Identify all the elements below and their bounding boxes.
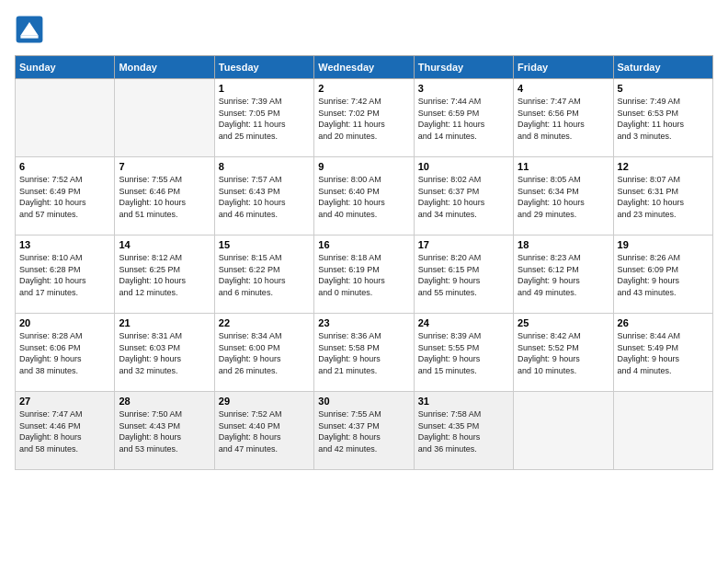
day-number: 20 [19, 317, 110, 328]
day-number: 28 [119, 396, 210, 407]
weekday-header-tuesday: Tuesday [214, 56, 313, 79]
calendar-cell: 20Sunrise: 8:28 AM Sunset: 6:06 PM Dayli… [16, 314, 115, 392]
cell-content: Sunrise: 7:52 AM Sunset: 6:49 PM Dayligh… [19, 174, 110, 220]
calendar-cell: 22Sunrise: 8:34 AM Sunset: 6:00 PM Dayli… [214, 314, 313, 392]
calendar-cell: 25Sunrise: 8:42 AM Sunset: 5:52 PM Dayli… [514, 314, 613, 392]
day-number: 2 [318, 83, 409, 94]
day-number: 13 [19, 239, 110, 250]
logo-icon [15, 15, 44, 44]
cell-content: Sunrise: 7:52 AM Sunset: 4:40 PM Dayligh… [219, 408, 310, 454]
svg-rect-2 [20, 35, 38, 38]
cell-content: Sunrise: 8:31 AM Sunset: 6:03 PM Dayligh… [119, 330, 210, 376]
calendar-week-row: 27Sunrise: 7:47 AM Sunset: 4:46 PM Dayli… [16, 392, 713, 470]
day-number: 9 [318, 161, 409, 172]
day-number: 23 [318, 317, 409, 328]
calendar-cell [115, 79, 214, 157]
calendar-cell: 13Sunrise: 8:10 AM Sunset: 6:28 PM Dayli… [16, 236, 115, 314]
logo [15, 15, 48, 44]
calendar-cell: 15Sunrise: 8:15 AM Sunset: 6:22 PM Dayli… [214, 236, 313, 314]
calendar-cell: 18Sunrise: 8:23 AM Sunset: 6:12 PM Dayli… [514, 236, 613, 314]
day-number: 10 [418, 161, 509, 172]
calendar-cell: 5Sunrise: 7:49 AM Sunset: 6:53 PM Daylig… [613, 79, 712, 157]
calendar-cell: 11Sunrise: 8:05 AM Sunset: 6:34 PM Dayli… [514, 157, 613, 236]
calendar-cell: 30Sunrise: 7:55 AM Sunset: 4:37 PM Dayli… [314, 392, 414, 470]
day-number: 18 [518, 239, 609, 250]
cell-content: Sunrise: 7:49 AM Sunset: 6:53 PM Dayligh… [618, 96, 709, 142]
cell-content: Sunrise: 7:47 AM Sunset: 6:56 PM Dayligh… [518, 96, 609, 142]
calendar-header-row: SundayMondayTuesdayWednesdayThursdayFrid… [16, 56, 713, 79]
calendar-cell: 21Sunrise: 8:31 AM Sunset: 6:03 PM Dayli… [115, 314, 214, 392]
weekday-header-monday: Monday [115, 56, 214, 79]
day-number: 8 [219, 161, 310, 172]
day-number: 19 [618, 239, 709, 250]
day-number: 26 [618, 317, 709, 328]
calendar-cell: 6Sunrise: 7:52 AM Sunset: 6:49 PM Daylig… [16, 157, 115, 236]
day-number: 25 [518, 317, 609, 328]
cell-content: Sunrise: 7:39 AM Sunset: 7:05 PM Dayligh… [219, 96, 310, 142]
day-number: 27 [19, 396, 110, 407]
calendar-cell: 3Sunrise: 7:44 AM Sunset: 6:59 PM Daylig… [414, 79, 513, 157]
day-number: 15 [219, 239, 310, 250]
day-number: 3 [418, 83, 509, 94]
calendar-cell: 23Sunrise: 8:36 AM Sunset: 5:58 PM Dayli… [314, 314, 414, 392]
weekday-header-thursday: Thursday [414, 56, 513, 79]
day-number: 22 [219, 317, 310, 328]
day-number: 1 [219, 83, 310, 94]
calendar-week-row: 20Sunrise: 8:28 AM Sunset: 6:06 PM Dayli… [16, 314, 713, 392]
day-number: 16 [318, 239, 409, 250]
cell-content: Sunrise: 8:28 AM Sunset: 6:06 PM Dayligh… [19, 330, 110, 376]
day-number: 29 [219, 396, 310, 407]
day-number: 12 [618, 161, 709, 172]
cell-content: Sunrise: 7:58 AM Sunset: 4:35 PM Dayligh… [418, 408, 509, 454]
cell-content: Sunrise: 7:44 AM Sunset: 6:59 PM Dayligh… [418, 96, 509, 142]
day-number: 11 [518, 161, 609, 172]
cell-content: Sunrise: 8:34 AM Sunset: 6:00 PM Dayligh… [219, 330, 310, 376]
calendar-cell: 31Sunrise: 7:58 AM Sunset: 4:35 PM Dayli… [414, 392, 513, 470]
calendar-cell: 8Sunrise: 7:57 AM Sunset: 6:43 PM Daylig… [214, 157, 313, 236]
day-number: 17 [418, 239, 509, 250]
calendar-cell: 27Sunrise: 7:47 AM Sunset: 4:46 PM Dayli… [16, 392, 115, 470]
calendar-cell: 17Sunrise: 8:20 AM Sunset: 6:15 PM Dayli… [414, 236, 513, 314]
calendar-cell: 29Sunrise: 7:52 AM Sunset: 4:40 PM Dayli… [214, 392, 313, 470]
calendar-cell: 24Sunrise: 8:39 AM Sunset: 5:55 PM Dayli… [414, 314, 513, 392]
calendar-cell [613, 392, 712, 470]
cell-content: Sunrise: 8:05 AM Sunset: 6:34 PM Dayligh… [518, 174, 609, 220]
cell-content: Sunrise: 8:26 AM Sunset: 6:09 PM Dayligh… [618, 252, 709, 298]
cell-content: Sunrise: 8:07 AM Sunset: 6:31 PM Dayligh… [618, 174, 709, 220]
cell-content: Sunrise: 8:00 AM Sunset: 6:40 PM Dayligh… [318, 174, 409, 220]
calendar-cell: 7Sunrise: 7:55 AM Sunset: 6:46 PM Daylig… [115, 157, 214, 236]
calendar-cell: 26Sunrise: 8:44 AM Sunset: 5:49 PM Dayli… [613, 314, 712, 392]
cell-content: Sunrise: 8:39 AM Sunset: 5:55 PM Dayligh… [418, 330, 509, 376]
cell-content: Sunrise: 7:55 AM Sunset: 6:46 PM Dayligh… [119, 174, 210, 220]
calendar-cell: 2Sunrise: 7:42 AM Sunset: 7:02 PM Daylig… [314, 79, 414, 157]
calendar-cell: 10Sunrise: 8:02 AM Sunset: 6:37 PM Dayli… [414, 157, 513, 236]
day-number: 5 [618, 83, 709, 94]
cell-content: Sunrise: 7:50 AM Sunset: 4:43 PM Dayligh… [119, 408, 210, 454]
cell-content: Sunrise: 7:47 AM Sunset: 4:46 PM Dayligh… [19, 408, 110, 454]
day-number: 24 [418, 317, 509, 328]
weekday-header-saturday: Saturday [613, 56, 712, 79]
cell-content: Sunrise: 8:18 AM Sunset: 6:19 PM Dayligh… [318, 252, 409, 298]
cell-content: Sunrise: 8:10 AM Sunset: 6:28 PM Dayligh… [19, 252, 110, 298]
page-header [15, 15, 713, 44]
cell-content: Sunrise: 8:20 AM Sunset: 6:15 PM Dayligh… [418, 252, 509, 298]
cell-content: Sunrise: 8:23 AM Sunset: 6:12 PM Dayligh… [518, 252, 609, 298]
calendar-table: SundayMondayTuesdayWednesdayThursdayFrid… [15, 55, 713, 470]
calendar-cell: 19Sunrise: 8:26 AM Sunset: 6:09 PM Dayli… [613, 236, 712, 314]
day-number: 21 [119, 317, 210, 328]
weekday-header-sunday: Sunday [16, 56, 115, 79]
cell-content: Sunrise: 8:36 AM Sunset: 5:58 PM Dayligh… [318, 330, 409, 376]
day-number: 30 [318, 396, 409, 407]
calendar-cell: 4Sunrise: 7:47 AM Sunset: 6:56 PM Daylig… [514, 79, 613, 157]
calendar-cell: 12Sunrise: 8:07 AM Sunset: 6:31 PM Dayli… [613, 157, 712, 236]
cell-content: Sunrise: 8:02 AM Sunset: 6:37 PM Dayligh… [418, 174, 509, 220]
cell-content: Sunrise: 7:57 AM Sunset: 6:43 PM Dayligh… [219, 174, 310, 220]
calendar-cell [514, 392, 613, 470]
day-number: 7 [119, 161, 210, 172]
weekday-header-wednesday: Wednesday [314, 56, 414, 79]
cell-content: Sunrise: 8:42 AM Sunset: 5:52 PM Dayligh… [518, 330, 609, 376]
day-number: 14 [119, 239, 210, 250]
calendar-cell [16, 79, 115, 157]
calendar-cell: 9Sunrise: 8:00 AM Sunset: 6:40 PM Daylig… [314, 157, 414, 236]
weekday-header-friday: Friday [514, 56, 613, 79]
